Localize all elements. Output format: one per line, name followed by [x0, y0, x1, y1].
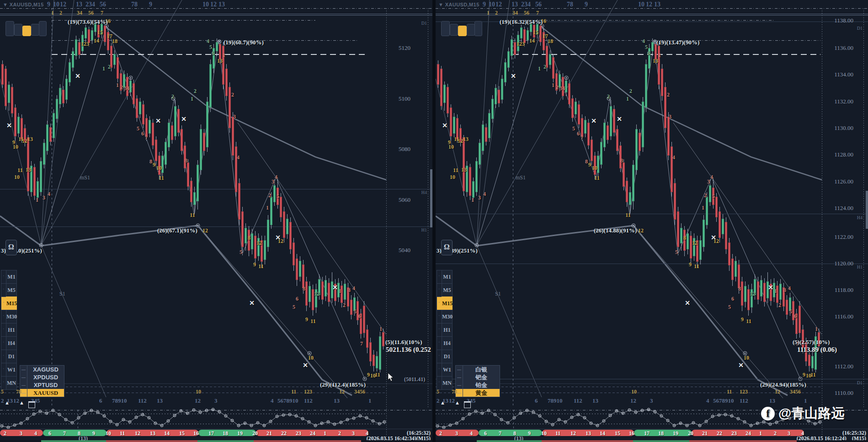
- xaxis-date-label: 4: [706, 397, 709, 404]
- hour-number: 15: [179, 430, 185, 437]
- wave-count-label: 13: [461, 167, 467, 173]
- toolbar-button[interactable]: [39, 21, 47, 36]
- toolbar-button[interactable]: [5, 21, 14, 36]
- timeframe-button-mn[interactable]: MN: [442, 376, 453, 390]
- candle-bullish: [65, 79, 68, 100]
- toolbar-button[interactable]: [31, 24, 39, 36]
- timeframe-button-m15[interactable]: M15: [6, 296, 17, 310]
- pivot-level-label: S1: [495, 291, 501, 297]
- symbol-list-item[interactable]: —铂金: [456, 381, 500, 389]
- hour-number: 18: [658, 430, 664, 437]
- wave-count-label: 11: [810, 372, 815, 378]
- candle-bearish: [11, 87, 13, 113]
- timeframe-button-m1[interactable]: M1: [6, 270, 17, 284]
- measure-annotation: (19)(60.7)(90%): [224, 39, 264, 46]
- wave-count-label: 8: [149, 158, 152, 165]
- toolbar-active-button[interactable]: [458, 26, 467, 36]
- omega-tool-button[interactable]: Ω: [441, 240, 453, 255]
- timeframe-button-m5[interactable]: M5: [6, 283, 17, 297]
- top-date-number: 13: [511, 1, 518, 8]
- oscillator-marker-dot: [475, 411, 476, 412]
- session-strip-segment: [106, 440, 197, 442]
- symbol-list-item[interactable]: —XAGUSD: [20, 366, 64, 373]
- timeframe-button-m30[interactable]: M30: [442, 310, 453, 323]
- candle-bearish: [14, 108, 16, 136]
- candle-bearish: [485, 127, 487, 142]
- timeframe-button-w1[interactable]: W1: [442, 363, 453, 377]
- level-line: [436, 8, 868, 9]
- timeframe-button-d1[interactable]: D1: [442, 350, 453, 363]
- wave-count-label: 3: [478, 194, 481, 201]
- price-scale-label: 5060: [399, 196, 410, 204]
- timeframe-button-d1[interactable]: D1: [6, 350, 17, 363]
- xaxis-date-label: 112: [304, 397, 313, 404]
- timeframe-button-h4[interactable]: H4: [442, 336, 453, 350]
- wave-count-label: 2: [543, 64, 546, 70]
- top-date-number: 13: [76, 1, 82, 8]
- oscillator-marker-dot: [27, 418, 28, 419]
- omega-tool-button[interactable]: Ω: [5, 240, 17, 255]
- oscillator-marker-dot: [328, 421, 329, 422]
- timeframe-button-h4[interactable]: H4: [6, 336, 17, 350]
- toolbar-button[interactable]: [474, 21, 482, 36]
- candle-bearish: [664, 87, 666, 128]
- symbol-list-item[interactable]: —XPDUSD: [20, 373, 64, 381]
- hour-number: 13: [150, 430, 155, 437]
- level-line: [436, 264, 868, 264]
- wave-count-label: 11: [694, 263, 699, 270]
- oscillator-marker-dot: [616, 410, 617, 411]
- pivot-marker-dot: [745, 353, 746, 354]
- oscillator-marker-dot: [72, 422, 73, 423]
- top-date-number: 78: [567, 1, 573, 8]
- timeframe-button-m5[interactable]: M5: [442, 283, 453, 297]
- timeframe-button-w1[interactable]: W1: [6, 363, 17, 377]
- x-mark: ✕: [591, 117, 596, 125]
- symbol-dash-icon: —: [20, 381, 27, 389]
- hour-number: 2: [338, 430, 341, 437]
- level-line: [0, 414, 386, 414]
- symbol-title[interactable]: ▼ XAUUSD,M15: [438, 2, 479, 7]
- wave-count-label: 1: [658, 52, 661, 59]
- top-count-number: 34: [77, 10, 82, 16]
- timeframe-button-mn[interactable]: MN: [6, 376, 17, 390]
- hour-number: 18: [223, 430, 228, 437]
- oscillator-marker-dot: [14, 425, 15, 426]
- xaxis-count-label: 10: [196, 388, 201, 395]
- symbol-title[interactable]: ▼ XAUUSD,M15: [3, 2, 44, 7]
- oscillator-marker-dot: [309, 421, 309, 422]
- wave-count-label: 2: [268, 192, 271, 199]
- toolbar-button[interactable]: [450, 24, 458, 36]
- candle-bullish: [168, 123, 170, 147]
- symbol-list-item[interactable]: —黄金: [456, 389, 500, 397]
- candle-bullish: [584, 120, 586, 134]
- candle-bullish: [325, 280, 327, 296]
- timeframe-button-m30[interactable]: M30: [6, 310, 17, 323]
- price-scale-label: 5100: [399, 95, 410, 102]
- candle-bearish: [229, 87, 231, 128]
- toolbar-button[interactable]: [467, 24, 475, 36]
- symbol-list-item[interactable]: —钯金: [456, 373, 500, 381]
- oscillator-marker-dot: [219, 411, 220, 412]
- scrollbar-thumb[interactable]: [866, 191, 868, 229]
- measure-annotation: (19)(13.47)(90%): [656, 39, 699, 46]
- wave-count-label: 9: [305, 316, 308, 323]
- timeframe-button-m15[interactable]: M15: [442, 296, 453, 310]
- session-strip-segment: [254, 440, 361, 442]
- symbol-list-item[interactable]: —XPTUSD: [20, 381, 64, 389]
- symbol-list-item[interactable]: —白银: [456, 366, 500, 373]
- oscillator-marker-dot: [347, 419, 348, 420]
- timeframe-button-h1[interactable]: H1: [6, 323, 17, 337]
- x-mark: ✕: [711, 234, 716, 242]
- timeframe-button-h1[interactable]: H1: [442, 323, 453, 337]
- wave-count-label: 11: [310, 318, 315, 325]
- toolbar-button[interactable]: [14, 24, 22, 36]
- symbol-list-item[interactable]: —XAUUSD: [20, 389, 64, 397]
- x-mark: ✕: [155, 117, 161, 125]
- oscillator-marker-dot: [725, 414, 726, 415]
- pivot-marker-dot: [633, 225, 634, 226]
- up-arrow-marker: ▲: [455, 400, 460, 405]
- toolbar-button[interactable]: [441, 21, 450, 36]
- hour-bar-bullish-segment: [479, 430, 542, 436]
- toolbar-active-button[interactable]: [22, 26, 31, 36]
- timeframe-button-m1[interactable]: M1: [442, 270, 453, 284]
